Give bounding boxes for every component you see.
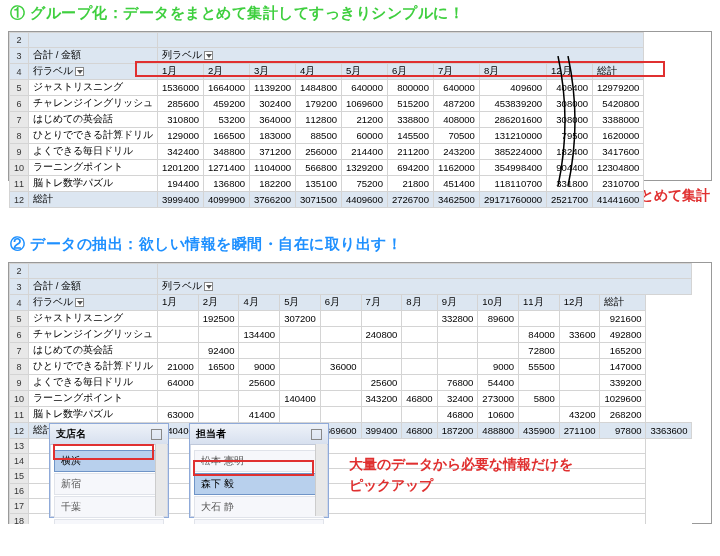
data-cell[interactable] — [280, 343, 321, 359]
data-cell[interactable]: 1139200 — [249, 80, 295, 96]
month-header[interactable]: 7月 — [361, 295, 402, 311]
dropdown-icon[interactable] — [75, 298, 84, 307]
data-cell[interactable]: 84000 — [519, 327, 560, 343]
data-cell[interactable]: 800000 — [387, 80, 433, 96]
data-cell[interactable]: 79500 — [547, 128, 593, 144]
data-cell[interactable]: 459200 — [204, 96, 250, 112]
data-cell[interactable]: 285600 — [158, 96, 204, 112]
data-cell[interactable]: 53200 — [204, 112, 250, 128]
data-cell[interactable]: 12304800 — [593, 160, 644, 176]
data-cell[interactable]: 92400 — [198, 343, 239, 359]
clear-filter-icon[interactable] — [151, 429, 162, 440]
slicer-item[interactable]: 大宮 — [54, 519, 164, 524]
data-cell[interactable] — [559, 359, 600, 375]
data-cell[interactable]: 70500 — [433, 128, 479, 144]
data-cell[interactable]: 1104000 — [249, 160, 295, 176]
row-label[interactable]: 脳トレ数学パズル — [29, 407, 158, 423]
data-cell[interactable] — [361, 311, 402, 327]
data-cell[interactable]: 165200 — [600, 343, 646, 359]
data-cell[interactable]: 487200 — [433, 96, 479, 112]
data-cell[interactable] — [198, 391, 239, 407]
data-cell[interactable] — [239, 311, 280, 327]
dropdown-icon[interactable] — [204, 282, 213, 291]
data-cell[interactable]: 307200 — [280, 311, 321, 327]
data-cell[interactable]: 339200 — [600, 375, 646, 391]
data-cell[interactable]: 182200 — [249, 176, 295, 192]
data-cell[interactable]: 566800 — [295, 160, 341, 176]
clear-filter-icon[interactable] — [311, 429, 322, 440]
data-cell[interactable]: 640000 — [433, 80, 479, 96]
row-label[interactable]: チャレンジイングリッシュ — [29, 96, 158, 112]
data-cell[interactable]: 64000 — [158, 375, 199, 391]
data-cell[interactable] — [519, 407, 560, 423]
row-label[interactable]: 脳トレ数学パズル — [29, 176, 158, 192]
data-cell[interactable]: 194400 — [158, 176, 204, 192]
data-cell[interactable]: 1484800 — [295, 80, 341, 96]
data-cell[interactable] — [158, 343, 199, 359]
row-label[interactable]: ジャストリスニング — [29, 311, 158, 327]
month-header[interactable]: 7月 — [433, 64, 479, 80]
data-cell[interactable]: 243200 — [433, 144, 479, 160]
data-cell[interactable]: 904400 — [547, 160, 593, 176]
data-cell[interactable] — [559, 311, 600, 327]
data-cell[interactable] — [361, 359, 402, 375]
month-header[interactable]: 3月 — [249, 64, 295, 80]
data-cell[interactable]: 9000 — [239, 359, 280, 375]
data-cell[interactable]: 36000 — [320, 359, 361, 375]
data-cell[interactable]: 179200 — [295, 96, 341, 112]
month-header[interactable]: 8月 — [479, 64, 546, 80]
data-cell[interactable]: 21800 — [387, 176, 433, 192]
data-cell[interactable]: 453839200 — [479, 96, 546, 112]
data-cell[interactable]: 921600 — [600, 311, 646, 327]
data-cell[interactable]: 192500 — [198, 311, 239, 327]
month-header[interactable]: 2月 — [198, 295, 239, 311]
data-cell[interactable] — [559, 391, 600, 407]
row-label[interactable]: ジャストリスニング — [29, 80, 158, 96]
data-cell[interactable]: 112800 — [295, 112, 341, 128]
data-cell[interactable]: 32400 — [437, 391, 478, 407]
data-cell[interactable] — [198, 407, 239, 423]
month-header[interactable]: 8月 — [402, 295, 437, 311]
data-cell[interactable] — [402, 407, 437, 423]
data-cell[interactable] — [198, 327, 239, 343]
data-cell[interactable]: 332800 — [437, 311, 478, 327]
month-header[interactable]: 5月 — [280, 295, 321, 311]
data-cell[interactable]: 1201200 — [158, 160, 204, 176]
data-cell[interactable]: 408000 — [433, 112, 479, 128]
data-cell[interactable] — [320, 327, 361, 343]
data-cell[interactable]: 1162000 — [433, 160, 479, 176]
data-cell[interactable]: 21000 — [158, 359, 199, 375]
data-cell[interactable] — [158, 391, 199, 407]
data-cell[interactable] — [158, 327, 199, 343]
data-cell[interactable] — [280, 359, 321, 375]
data-cell[interactable]: 3388000 — [593, 112, 644, 128]
data-cell[interactable]: 25600 — [239, 375, 280, 391]
dropdown-icon[interactable] — [75, 67, 84, 76]
data-cell[interactable]: 43200 — [559, 407, 600, 423]
data-cell[interactable] — [239, 391, 280, 407]
data-cell[interactable]: 54400 — [478, 375, 519, 391]
month-header[interactable]: 5月 — [341, 64, 387, 80]
row-label[interactable]: よくできる毎日ドリル — [29, 375, 158, 391]
data-cell[interactable] — [198, 375, 239, 391]
col-labels-cell[interactable]: 列ラベル — [158, 48, 644, 64]
data-cell[interactable] — [478, 343, 519, 359]
row-label[interactable]: ラーニングポイント — [29, 391, 158, 407]
data-cell[interactable] — [280, 375, 321, 391]
row-labels-cell[interactable]: 行ラベル — [29, 64, 158, 80]
data-cell[interactable] — [361, 407, 402, 423]
data-cell[interactable] — [402, 311, 437, 327]
data-cell[interactable]: 256000 — [295, 144, 341, 160]
data-cell[interactable] — [559, 343, 600, 359]
data-cell[interactable]: 364000 — [249, 112, 295, 128]
data-cell[interactable]: 492800 — [600, 327, 646, 343]
slicer-title-bar[interactable]: 支店名 — [50, 424, 168, 445]
data-cell[interactable] — [478, 327, 519, 343]
data-cell[interactable]: 12979200 — [593, 80, 644, 96]
data-cell[interactable]: 131210000 — [479, 128, 546, 144]
data-cell[interactable]: 2310700 — [593, 176, 644, 192]
month-header[interactable]: 11月 — [519, 295, 560, 311]
data-cell[interactable]: 63000 — [158, 407, 199, 423]
data-cell[interactable]: 55500 — [519, 359, 560, 375]
data-cell[interactable] — [239, 343, 280, 359]
